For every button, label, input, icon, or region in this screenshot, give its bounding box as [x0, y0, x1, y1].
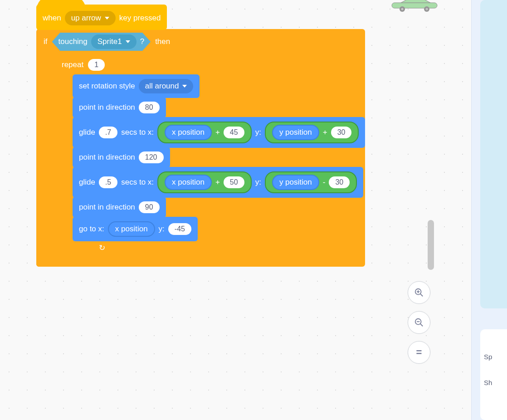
- chevron-down-icon: [182, 85, 187, 88]
- text-minus: -: [323, 178, 326, 187]
- text-then: then: [155, 37, 170, 46]
- text-point-direction: point in direction: [79, 103, 135, 112]
- repeat-block[interactable]: repeat 1 set rotation style all around: [54, 54, 365, 254]
- zoom-reset-button[interactable]: =: [408, 341, 430, 364]
- sprite-preview-car: [390, 0, 444, 12]
- reporter-yposition[interactable]: y position: [272, 125, 319, 140]
- zoom-in-button[interactable]: [408, 281, 430, 304]
- zoom-in-icon: [414, 288, 424, 298]
- svg-point-2: [401, 8, 404, 10]
- input-repeat-count[interactable]: 1: [88, 59, 105, 71]
- text-plus: +: [215, 178, 220, 187]
- input-y-sub-2[interactable]: 30: [329, 176, 350, 188]
- reporter-xposition[interactable]: x position: [165, 125, 212, 140]
- input-glide1-secs[interactable]: .7: [99, 127, 117, 138]
- text-y: y:: [255, 178, 261, 187]
- svg-line-10: [420, 324, 423, 327]
- input-x-add-2[interactable]: 50: [224, 176, 244, 188]
- operator-sub-y2[interactable]: y position - 30: [265, 171, 357, 193]
- chevron-down-icon: [126, 40, 130, 43]
- if-block[interactable]: if touching Sprite1 ? then repeat 1: [36, 29, 365, 267]
- dropdown-rotation-value: all around: [145, 82, 179, 91]
- dropdown-touching-value: Sprite1: [98, 37, 122, 46]
- set-rotation-block[interactable]: set rotation style all around: [73, 74, 200, 98]
- operator-add-x1[interactable]: x position + 45: [157, 122, 252, 143]
- input-goto-y[interactable]: -45: [168, 223, 191, 235]
- text-goto-x: go to x:: [79, 225, 104, 234]
- vertical-scrollbar[interactable]: [428, 220, 434, 270]
- point-direction-block-2[interactable]: point in direction 120: [73, 147, 170, 168]
- stage-preview[interactable]: [480, 0, 507, 308]
- text-when: when: [43, 14, 61, 23]
- text-set-rotation: set rotation style: [79, 82, 135, 91]
- dropdown-touching-target[interactable]: Sprite1: [91, 34, 136, 49]
- reporter-yposition[interactable]: y position: [272, 175, 319, 190]
- if-foot: [36, 254, 231, 267]
- text-glide: glide: [79, 128, 95, 137]
- text-secs-to-x: secs to x:: [121, 128, 154, 137]
- code-workspace[interactable]: when up arrow key pressed if touching Sp…: [0, 0, 471, 420]
- dropdown-key-value: up arrow: [71, 14, 101, 23]
- text-plus: +: [323, 128, 327, 137]
- text-glide: glide: [79, 178, 95, 187]
- text-point-direction: point in direction: [79, 203, 135, 212]
- touching-reporter[interactable]: touching Sprite1 ?: [52, 33, 151, 51]
- sprite-info-label-2: Sh: [484, 379, 503, 386]
- zoom-out-icon: [414, 317, 424, 327]
- text-point-direction: point in direction: [79, 153, 135, 162]
- svg-rect-0: [392, 3, 437, 8]
- input-direction-2[interactable]: 120: [139, 151, 164, 163]
- text-y: y:: [255, 128, 261, 137]
- input-y-add-1[interactable]: 30: [331, 127, 352, 138]
- goto-block[interactable]: go to x: x position y: -45: [73, 217, 198, 241]
- text-repeat: repeat: [62, 60, 83, 69]
- input-glide2-secs[interactable]: .5: [99, 176, 117, 188]
- text-touching: touching: [58, 37, 88, 46]
- glide-block-1[interactable]: glide .7 secs to x: x position + 45 y: y…: [73, 117, 365, 148]
- operator-add-y1[interactable]: y position + 30: [265, 122, 359, 143]
- input-direction-1[interactable]: 80: [139, 102, 160, 113]
- text-secs-to-x: secs to x:: [121, 178, 154, 187]
- text-plus: +: [215, 128, 220, 137]
- text-question: ?: [140, 37, 144, 46]
- operator-add-x2[interactable]: x position + 50: [157, 171, 252, 193]
- equals-icon: =: [416, 347, 422, 358]
- text-y: y:: [159, 225, 165, 234]
- sprite-info-panel[interactable]: Sp Sh: [480, 329, 507, 420]
- text-key-pressed: key pressed: [119, 14, 161, 23]
- loop-arrow-icon: ↻: [99, 243, 105, 253]
- reporter-xposition[interactable]: x position: [108, 221, 155, 237]
- point-direction-block-3[interactable]: point in direction 90: [73, 197, 166, 218]
- glide-block-2[interactable]: glide .5 secs to x: x position + 50 y: y…: [73, 167, 363, 198]
- svg-point-4: [426, 8, 428, 10]
- point-direction-block-1[interactable]: point in direction 80: [73, 97, 166, 118]
- input-x-add-1[interactable]: 45: [224, 127, 244, 138]
- zoom-out-button[interactable]: [408, 311, 430, 334]
- svg-line-6: [420, 294, 423, 297]
- dropdown-key[interactable]: up arrow: [65, 11, 116, 25]
- block-script[interactable]: when up arrow key pressed if touching Sp…: [36, 5, 365, 267]
- zoom-controls: =: [408, 281, 430, 364]
- chevron-down-icon: [105, 17, 109, 20]
- input-direction-3[interactable]: 90: [139, 201, 160, 213]
- hat-when-key-pressed[interactable]: when up arrow key pressed: [36, 5, 167, 30]
- sprite-info-label-1: Sp: [484, 353, 503, 361]
- dropdown-rotation-style[interactable]: all around: [139, 79, 194, 93]
- reporter-xposition[interactable]: x position: [165, 175, 212, 190]
- text-if: if: [44, 37, 48, 46]
